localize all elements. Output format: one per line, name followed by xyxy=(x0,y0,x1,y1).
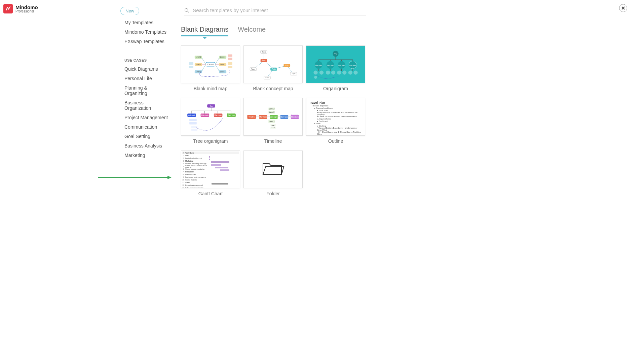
svg-text:Main topic: Main topic xyxy=(291,116,299,118)
template-label: Tree organigram xyxy=(181,138,240,144)
svg-text:Main topic: Main topic xyxy=(327,64,334,66)
svg-text:Level 2: Level 2 xyxy=(269,108,274,110)
svg-text:Topic: Topic xyxy=(265,77,269,78)
template-blank-concept-map[interactable]: Topic Topic Topic Topic Topic Topic Topi… xyxy=(243,45,303,91)
template-organigram[interactable]: Org Main topic Main topic Main topic Mai… xyxy=(306,45,365,91)
search-area xyxy=(184,7,366,15)
nav-usecases-header: USE CASES xyxy=(120,56,174,64)
nav-communication[interactable]: Communication xyxy=(120,122,174,132)
svg-text:Level 2: Level 2 xyxy=(269,121,274,123)
annotation-arrow-icon xyxy=(98,176,172,179)
brand-sub: Professional xyxy=(15,10,38,13)
svg-text:Main topic: Main topic xyxy=(349,64,356,66)
tab-welcome[interactable]: Welcome xyxy=(238,26,266,36)
search-icon xyxy=(184,8,189,13)
svg-text:Main topic: Main topic xyxy=(259,116,267,118)
thumb-blank-mind-map: Central Level 1 Level 1 Level 1 Level 1 … xyxy=(181,45,240,83)
svg-point-68 xyxy=(348,70,352,74)
template-label: Folder xyxy=(243,191,303,196)
template-outline[interactable]: Travel Plan ▸ Before departure ▸ Prepare… xyxy=(306,98,365,144)
svg-point-67 xyxy=(342,70,346,74)
svg-text:Topic: Topic xyxy=(262,60,266,61)
template-label: Gantt Chart xyxy=(181,191,240,196)
svg-rect-17 xyxy=(228,58,232,60)
svg-text:Topic: Topic xyxy=(251,68,255,70)
svg-text:Level 1: Level 1 xyxy=(220,71,225,73)
nav-new[interactable]: New xyxy=(120,7,139,15)
svg-text:Main topic: Main topic xyxy=(280,116,288,118)
svg-point-62 xyxy=(313,70,317,74)
template-timeline[interactable]: Timeline Main topic Main topic Main topi… xyxy=(243,98,303,144)
svg-text:Org: Org xyxy=(334,53,337,55)
tabs: Blank Diagrams Welcome xyxy=(181,26,266,36)
search-input[interactable] xyxy=(193,7,366,13)
svg-rect-18 xyxy=(228,62,232,65)
thumb-gantt-chart: # Task Name 1Start 2Begin Product Launch… xyxy=(181,151,240,188)
template-label: Blank concept map xyxy=(243,86,303,91)
svg-text:Main topic: Main topic xyxy=(201,114,209,116)
svg-rect-19 xyxy=(228,66,232,68)
svg-rect-16 xyxy=(228,55,232,57)
nav-my-templates[interactable]: My Templates xyxy=(120,18,174,27)
thumb-blank-concept-map: Topic Topic Topic Topic Topic Topic Topi… xyxy=(243,45,303,83)
close-icon xyxy=(621,6,625,10)
thumb-timeline: Timeline Main topic Main topic Main topi… xyxy=(243,98,303,136)
svg-line-1 xyxy=(188,11,189,12)
svg-text:Main topic: Main topic xyxy=(270,116,278,118)
svg-text:Topic: Topic xyxy=(272,68,276,70)
tab-blank-diagrams[interactable]: Blank Diagrams xyxy=(181,26,228,36)
brand-name: Mindomo xyxy=(15,5,38,10)
svg-text:Main topic: Main topic xyxy=(214,114,222,116)
svg-text:Level 3: Level 3 xyxy=(271,127,275,129)
svg-text:Level 2: Level 2 xyxy=(269,111,274,113)
svg-point-66 xyxy=(337,70,341,74)
nav-business-organization[interactable]: Business Organization xyxy=(120,98,174,113)
svg-point-69 xyxy=(353,70,357,74)
svg-point-63 xyxy=(319,70,324,74)
template-gantt-chart[interactable]: # Task Name 1Start 2Begin Product Launch… xyxy=(181,151,240,196)
svg-text:Topic: Topic xyxy=(285,65,289,66)
svg-rect-88 xyxy=(189,122,197,125)
outline-title: Travel Plan xyxy=(309,101,362,104)
svg-text:Level 1: Level 1 xyxy=(196,64,201,65)
templates-grid: Central Level 1 Level 1 Level 1 Level 1 … xyxy=(181,45,365,196)
svg-point-0 xyxy=(185,8,188,11)
svg-text:Topic: Topic xyxy=(292,73,296,74)
svg-text:Main topic: Main topic xyxy=(188,114,196,116)
svg-rect-20 xyxy=(189,62,193,65)
folder-icon xyxy=(260,159,287,179)
nav-project-management[interactable]: Project Management xyxy=(120,113,174,122)
template-blank-mind-map[interactable]: Central Level 1 Level 1 Level 1 Level 1 … xyxy=(181,45,240,91)
nav-business-analysis[interactable]: Business Analysis xyxy=(120,141,174,151)
template-label: Outline xyxy=(306,138,365,144)
nav-quick-diagrams[interactable]: Quick Diagrams xyxy=(120,64,174,74)
thumb-organigram: Org Main topic Main topic Main topic Mai… xyxy=(306,45,365,83)
logo-icon xyxy=(3,4,13,13)
template-label: Blank mind map xyxy=(181,86,240,91)
nav-goal-setting[interactable]: Goal Setting xyxy=(120,132,174,141)
logo-area: Mindomo Professional xyxy=(3,4,38,13)
thumb-folder xyxy=(243,151,303,188)
template-tree-organigram[interactable]: Org Main topic Main topic Main topic Mai… xyxy=(181,98,240,144)
svg-point-65 xyxy=(331,70,335,74)
svg-text:Level 1: Level 1 xyxy=(220,64,225,65)
nav-exswap-templates[interactable]: EXswap Templates xyxy=(120,37,174,46)
svg-point-64 xyxy=(326,70,330,74)
nav-mindomo-templates[interactable]: Mindomo Templates xyxy=(120,27,174,37)
left-nav: New My Templates Mindomo Templates EXswa… xyxy=(120,7,174,160)
nav-planning-organizing[interactable]: Planning & Organizing xyxy=(120,83,174,98)
svg-text:Main topic: Main topic xyxy=(228,114,235,116)
svg-text:Central: Central xyxy=(207,63,214,65)
nav-personal-life[interactable]: Personal Life xyxy=(120,74,174,83)
close-button[interactable] xyxy=(619,4,627,12)
nav-marketing[interactable]: Marketing xyxy=(120,151,174,160)
svg-text:Level 1: Level 1 xyxy=(220,56,225,58)
template-folder[interactable]: Folder xyxy=(243,151,303,196)
svg-point-70 xyxy=(314,76,317,79)
svg-text:Topic: Topic xyxy=(262,51,266,53)
svg-rect-90 xyxy=(191,129,197,131)
thumb-tree-organigram: Org Main topic Main topic Main topic Mai… xyxy=(181,98,240,136)
svg-rect-21 xyxy=(189,66,193,68)
svg-text:Level 3: Level 3 xyxy=(271,125,275,126)
template-label: Timeline xyxy=(243,138,303,144)
